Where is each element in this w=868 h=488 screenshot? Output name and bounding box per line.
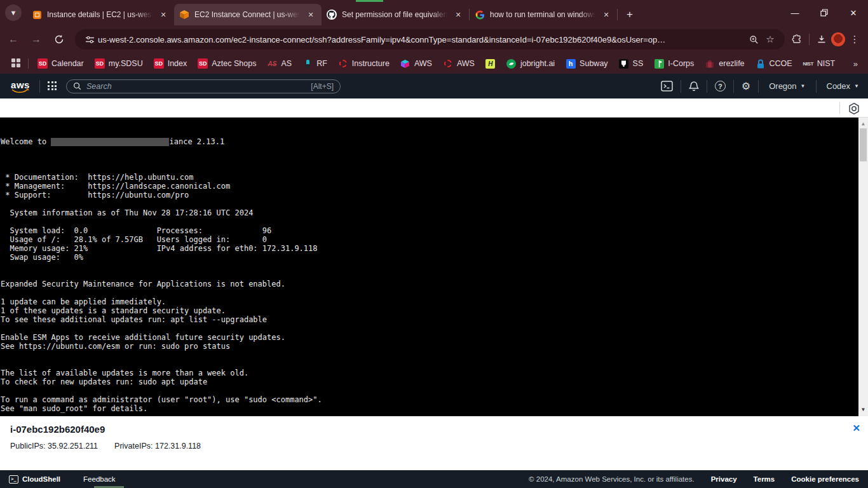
services-grid-icon[interactable]	[48, 81, 57, 91]
bookmark-ccoe[interactable]: CCOE	[756, 58, 792, 69]
forward-arrow-icon: →	[31, 34, 41, 45]
downloads-icon[interactable]	[813, 31, 830, 48]
bookmark-label: RF	[316, 59, 327, 68]
tab-google-search[interactable]: how to run terminal on windows ✕	[470, 4, 617, 25]
browser-tab-strip: ▼ Instance details | EC2 | us-west- ✕ EC…	[0, 0, 868, 25]
bookmark-subway[interactable]: hSubway	[566, 58, 607, 69]
bookmark-aws[interactable]: AWS	[400, 58, 432, 69]
privacy-link[interactable]: Privacy	[711, 475, 737, 483]
url-text[interactable]: us-west-2.console.aws.amazon.com/ec2-ins…	[98, 35, 745, 44]
public-ips: PublicIPs: 35.92.251.211	[10, 442, 98, 451]
refresh-connection-icon[interactable]	[848, 102, 860, 115]
chevron-down-icon: ▼	[10, 9, 17, 17]
region-label: Oregon	[769, 81, 796, 91]
feedback-link[interactable]: Feedback	[83, 475, 116, 483]
bookmark-label: AWS	[457, 59, 475, 68]
terminal-scrollbar[interactable]: ▲ ▼	[858, 118, 868, 416]
bookmark-aztec-shops[interactable]: SDAztec Shops	[198, 58, 256, 69]
bookmarks-list: SDCalendarSDmy.SDSUSDIndexSDAztec ShopsA…	[34, 58, 848, 69]
bookmark-label: my.SDSU	[109, 59, 143, 68]
bookmark-i-corps[interactable]: I-Corps	[654, 58, 694, 69]
bookmark-jobright-ai[interactable]: jobright.ai	[506, 58, 555, 69]
rf-icon	[302, 58, 313, 69]
copyright-text: © 2024, Amazon Web Services, Inc. or its…	[529, 475, 695, 483]
search-icon	[73, 82, 81, 90]
caret-down-icon: ▼	[801, 83, 806, 89]
close-tab-icon[interactable]: ✕	[158, 9, 169, 20]
tab-title: Set permission of file equivalent	[342, 10, 447, 19]
close-tab-icon[interactable]: ✕	[600, 9, 612, 20]
bookmark-star-icon[interactable]: ☆	[762, 31, 778, 48]
scrollbar-thumb[interactable]	[860, 128, 867, 161]
tab-ec2-instance-connect[interactable]: EC2 Instance Connect | us-west- ✕	[174, 4, 322, 25]
notifications-bell-icon[interactable]	[689, 81, 699, 92]
bookmarks-bar: SDCalendarSDmy.SDSUSDIndexSDAztec ShopsA…	[0, 53, 868, 74]
bookmark-rf[interactable]: RF	[302, 58, 327, 69]
bookmark-h-yellow[interactable]: H	[485, 58, 496, 69]
avatar	[831, 32, 845, 46]
tab-instance-details[interactable]: Instance details | EC2 | us-west- ✕	[27, 4, 174, 25]
close-tab-icon[interactable]: ✕	[305, 9, 316, 20]
settings-gear-icon[interactable]: ⚙	[742, 80, 750, 92]
new-tab-button[interactable]: +	[621, 6, 638, 23]
bookmark-instructure[interactable]: Instructure	[338, 58, 390, 69]
window-close-button[interactable]: ✕	[839, 0, 868, 25]
bookmark-my-sdsu[interactable]: SDmy.SDSU	[95, 58, 143, 69]
bookmark-erezlife[interactable]: erezlife	[705, 58, 744, 69]
site-settings-icon[interactable]	[81, 31, 98, 48]
terms-link[interactable]: Terms	[754, 475, 775, 483]
zoom-search-icon[interactable]	[745, 31, 762, 48]
h-yellow-icon: H	[485, 58, 496, 69]
extensions-icon[interactable]	[789, 31, 805, 48]
cloudshell-header-icon[interactable]	[661, 81, 673, 92]
sd-icon: SD	[95, 58, 105, 69]
tab-search-button[interactable]: ▼	[5, 4, 22, 21]
aws-logo[interactable]: aws	[9, 79, 32, 93]
browser-menu-icon[interactable]: ⋮	[846, 31, 863, 48]
panel-close-icon[interactable]: ✕	[852, 423, 860, 434]
tab-github-permission[interactable]: Set permission of file equivalent ✕	[322, 4, 469, 25]
bookmark-nist[interactable]: NISTNIST	[803, 58, 835, 69]
window-minimize-button[interactable]: —	[780, 0, 810, 25]
bookmark-as[interactable]: ASAS	[267, 58, 292, 69]
bookmarks-overflow-chevron-icon[interactable]: »	[853, 59, 858, 69]
bookmark-label: I-Corps	[668, 59, 694, 68]
bookmark-ss[interactable]: SS	[619, 58, 644, 69]
aws-search-box[interactable]: Search [Alt+S]	[66, 79, 341, 93]
profile-avatar[interactable]	[830, 31, 846, 48]
reload-button[interactable]	[50, 30, 69, 49]
reload-icon	[54, 34, 64, 44]
ss-black-icon	[619, 58, 629, 69]
github-favicon-icon	[327, 10, 337, 20]
forward-button[interactable]: →	[27, 30, 46, 49]
close-tab-icon[interactable]: ✕	[452, 9, 464, 20]
address-bar[interactable]: us-west-2.console.aws.amazon.com/ec2-ins…	[75, 29, 785, 50]
bookmark-label: AS	[281, 59, 292, 68]
bookmark-label: SS	[633, 59, 644, 68]
bookmark-aws[interactable]: AWS	[443, 58, 475, 69]
scroll-down-icon[interactable]: ▼	[858, 405, 868, 414]
dashed-red-circle-icon	[443, 58, 453, 69]
help-icon[interactable]: ?	[715, 81, 726, 92]
ccoe-lock-icon	[756, 58, 766, 69]
icorps-green-icon	[654, 58, 664, 69]
cookie-preferences-link[interactable]: Cookie preferences	[791, 475, 859, 483]
back-button[interactable]: ←	[4, 30, 23, 49]
aws-cube-icon	[400, 58, 410, 69]
terminal-output[interactable]: Welcome to iance 2.13.1 * Documentation:…	[0, 118, 868, 416]
bookmark-index[interactable]: SDIndex	[154, 58, 187, 69]
region-selector[interactable]: Oregon ▼	[766, 81, 808, 91]
window-restore-button[interactable]	[810, 0, 839, 25]
bookmark-calendar[interactable]: SDCalendar	[37, 58, 84, 69]
cloudshell-link[interactable]: CloudShell	[22, 475, 60, 483]
account-label: Codex	[827, 81, 851, 91]
aws-logo-text: aws	[11, 79, 30, 90]
subway-blue-icon: h	[566, 58, 576, 69]
apps-grid-icon[interactable]	[11, 58, 22, 69]
bookmark-label: CCOE	[770, 59, 792, 68]
caret-down-icon: ▼	[854, 83, 859, 89]
scroll-up-icon[interactable]: ▲	[858, 119, 868, 128]
account-menu[interactable]: Codex ▼	[824, 81, 862, 91]
ec2-cube-favicon-icon	[179, 10, 189, 20]
redacted-selection-block	[51, 138, 169, 146]
